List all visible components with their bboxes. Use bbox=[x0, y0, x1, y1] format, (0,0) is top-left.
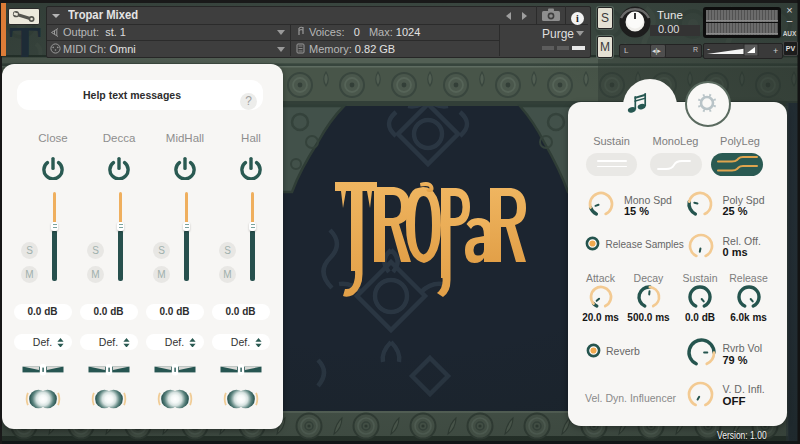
svg-text:+: + bbox=[773, 46, 778, 56]
svg-text:-: - bbox=[707, 44, 710, 54]
